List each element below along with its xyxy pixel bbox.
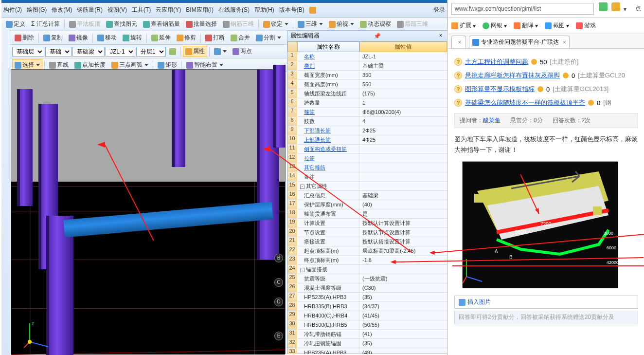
sidebar-collapsed[interactable]: [1, 29, 10, 355]
ext-game[interactable]: 游戏: [576, 21, 596, 30]
ext-bank[interactable]: 网银▾: [483, 21, 507, 30]
move-button[interactable]: 移动: [95, 32, 119, 43]
property-row[interactable]: 5轴线距梁左边线距(175): [287, 89, 447, 98]
property-row[interactable]: 16汇总信息基础梁: [287, 191, 447, 200]
break-button[interactable]: 打断: [203, 32, 227, 43]
property-row[interactable]: 22起点顶标高(m)层底标高加梁高(-2.45): [287, 246, 447, 256]
pin-icon[interactable]: 📌: [374, 33, 381, 39]
property-row[interactable]: 32冷轧扭钢筋锚固(35): [287, 339, 447, 348]
tab-active[interactable]: 专业造价问题答疑平台-广联达 ×: [469, 36, 570, 48]
property-row[interactable]: 24-锚固搭接: [287, 265, 447, 274]
sublayer-select[interactable]: 分层1: [136, 47, 166, 56]
property-value[interactable]: (一级抗震): [359, 274, 447, 283]
property-value[interactable]: [359, 163, 447, 172]
shield-icon[interactable]: [599, 2, 608, 11]
layer-select[interactable]: 基础层: [12, 47, 44, 56]
rotate-button[interactable]: 旋转: [120, 32, 144, 43]
login-link[interactable]: 登录: [433, 6, 445, 14]
tool-x-button[interactable]: [212, 47, 229, 56]
menu-tool[interactable]: 工具(T): [132, 6, 151, 14]
question-link[interactable]: 图形算量不显示模板指标: [465, 85, 535, 93]
property-row[interactable]: 10上部通长筋4Φ25: [287, 135, 447, 145]
property-row[interactable]: 14备注: [287, 172, 447, 182]
find-button[interactable]: 查找图元: [104, 19, 140, 30]
property-row[interactable]: 7箍筋Φ8@100/200(4): [287, 108, 447, 117]
answer-input[interactable]: 回答即可得2分贡献分，回答被采纳获得系统赠送20贡献分及: [454, 311, 638, 324]
sum-button[interactable]: Σ 汇总计算: [29, 19, 62, 30]
property-value[interactable]: [359, 265, 447, 274]
asker-link[interactable]: 酸菜鱼: [483, 117, 501, 124]
property-value[interactable]: 2Φ25: [359, 126, 447, 135]
insert-image-button[interactable]: 插入图片: [454, 296, 638, 309]
property-row[interactable]: 6跨数量1: [287, 98, 447, 108]
close-icon[interactable]: ×: [563, 39, 566, 46]
property-row[interactable]: 3截面宽度(mm)350: [287, 71, 447, 80]
property-value[interactable]: (40): [359, 200, 447, 209]
tools-label[interactable]: 点: [635, 4, 641, 13]
property-value[interactable]: 按默认搭接设置计算: [359, 237, 447, 246]
chevron-down-icon[interactable]: ▾: [624, 6, 632, 15]
question-link[interactable]: 基础梁怎么能随坡度不一样的筏板板顶平齐: [465, 98, 585, 107]
menu-component[interactable]: 构件(J): [3, 6, 22, 14]
property-value[interactable]: (C30): [359, 283, 447, 292]
property-row[interactable]: 2类别基础主梁: [287, 61, 447, 71]
define-button[interactable]: 定义: [3, 19, 28, 30]
property-row[interactable]: 29HRB400(C),HRB4(41/45): [287, 311, 447, 320]
property-value[interactable]: 是: [359, 209, 447, 218]
property-value[interactable]: 按默认节点设置计算: [359, 228, 447, 237]
property-value[interactable]: 按默认计算设置计算: [359, 219, 447, 227]
property-value[interactable]: [359, 172, 447, 181]
panel-header[interactable]: 属性编辑器 📌 ×: [287, 31, 447, 41]
property-row[interactable]: 11侧面构造或受扭筋: [287, 145, 447, 154]
property-row[interactable]: 25抗震等级(一级抗震): [287, 274, 447, 283]
property-row[interactable]: 1名称JZL-1: [287, 52, 447, 61]
property-value[interactable]: 基础梁: [359, 191, 447, 200]
3d-viewport[interactable]: B C D E z: [11, 69, 286, 354]
property-value[interactable]: 基础主梁: [359, 61, 447, 70]
split-button[interactable]: 分割: [253, 32, 284, 43]
menu-view[interactable]: 视图(V): [107, 6, 127, 14]
property-value[interactable]: 1: [359, 98, 447, 107]
beam-type-select[interactable]: 基础梁: [72, 47, 105, 56]
property-row[interactable]: 20节点设置按默认节点设置计算: [287, 228, 447, 237]
menu-draw[interactable]: 绘图(G): [27, 6, 47, 14]
collapse-toggle[interactable]: -: [300, 268, 304, 272]
name-select[interactable]: JZL-1: [106, 47, 135, 56]
property-value[interactable]: (175): [359, 89, 447, 98]
copy-button[interactable]: 复制: [41, 32, 65, 43]
property-value[interactable]: [359, 154, 447, 163]
property-row[interactable]: 4截面高度(mm)550: [287, 80, 447, 89]
property-row[interactable]: 30HRB500(E),HRB5(50/55): [287, 320, 447, 330]
property-value[interactable]: (35): [359, 293, 447, 301]
property-value[interactable]: (34/37): [359, 302, 447, 311]
property-value[interactable]: JZL-1: [359, 52, 447, 61]
menu-rebar[interactable]: 钢筋量(R): [77, 6, 103, 14]
property-value[interactable]: (41/45): [359, 311, 447, 320]
property-row[interactable]: 15-其它属性: [287, 182, 447, 191]
rebar3d-button[interactable]: 钢筋三维: [220, 19, 256, 30]
question-link[interactable]: 土方工程计价调整问题: [465, 57, 528, 66]
property-value[interactable]: (41): [359, 330, 447, 338]
two-point-button[interactable]: 两点: [230, 46, 254, 57]
mirror-button[interactable]: 镜像: [66, 32, 90, 43]
url-input[interactable]: [451, 3, 594, 15]
property-value[interactable]: 550: [359, 80, 447, 89]
new-button[interactable]: [167, 47, 179, 56]
property-row[interactable]: 33HPB235(A),HPB3(49): [287, 348, 447, 354]
delete-button[interactable]: 删除: [12, 32, 36, 43]
question-image[interactable]: 7200 5800 3000 6000 42000 A B: [462, 161, 618, 288]
3d-button[interactable]: 三维: [295, 19, 325, 30]
property-value[interactable]: 层底标高加梁高(-2.45): [359, 246, 447, 255]
property-row[interactable]: 28HRB335(B),HRB3(34/37): [287, 302, 447, 311]
property-value[interactable]: 350: [359, 71, 447, 79]
lock-button[interactable]: 锁定: [261, 19, 291, 30]
check-rebar-button[interactable]: 查看钢筋量: [141, 19, 182, 30]
property-row[interactable]: 18箍筋贯通布置是: [287, 209, 447, 219]
dyn-button[interactable]: 动态观察: [358, 19, 394, 30]
property-row[interactable]: 26混凝土强度等级(C30): [287, 283, 447, 293]
property-row[interactable]: 23终点顶标高(m)-1.8: [287, 256, 447, 265]
type-select[interactable]: 基础: [45, 47, 72, 56]
batch-button[interactable]: 批量选择: [183, 19, 219, 30]
menu-cloud[interactable]: 云应用(Y): [156, 6, 181, 14]
property-row[interactable]: 31冷轧带肋钢筋锚(41): [287, 330, 447, 339]
